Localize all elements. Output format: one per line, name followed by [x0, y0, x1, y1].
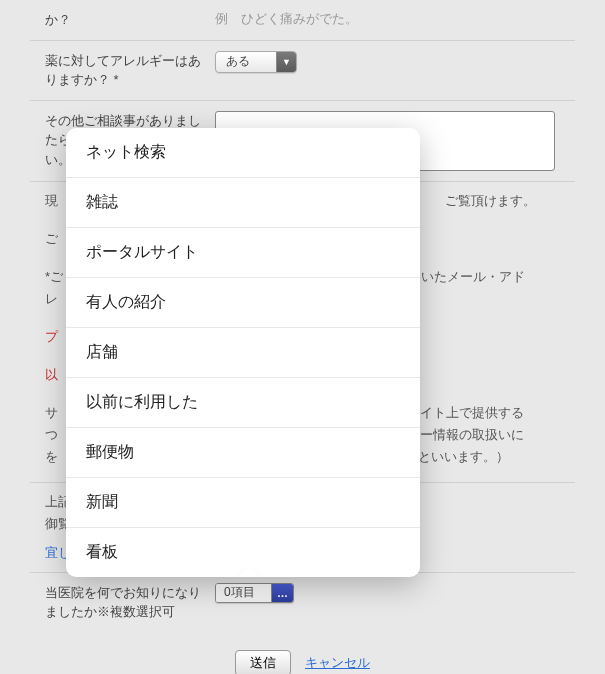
allergy-select[interactable]: ある ▼	[215, 51, 297, 73]
popup-option-2[interactable]: ポータルサイト	[66, 228, 420, 278]
popup-option-6[interactable]: 郵便物	[66, 428, 420, 478]
popup-option-0[interactable]: ネット検索	[66, 128, 420, 178]
referral-row: 当医院を何でお知りになりましたか※複数選択可 0項目 …	[30, 573, 575, 632]
popup-option-1[interactable]: 雑誌	[66, 178, 420, 228]
cancel-link[interactable]: キャンセル	[305, 654, 370, 672]
pain-question-label-partial: か？	[45, 10, 215, 30]
referral-value: 0項目	[216, 584, 271, 602]
popup-option-8[interactable]: 看板	[66, 528, 420, 577]
popup-option-7[interactable]: 新聞	[66, 478, 420, 528]
allergy-select-value: ある	[216, 52, 276, 72]
chevron-down-icon: ▼	[276, 52, 296, 72]
pain-question-row: か？ 例 ひどく痛みがでた。	[30, 0, 575, 41]
referral-options-popup: ネット検索雑誌ポータルサイト有人の紹介店舗以前に利用した郵便物新聞看板	[66, 128, 420, 577]
ellipsis-icon: …	[271, 584, 293, 602]
pain-placeholder: 例 ひどく痛みがでた。	[215, 11, 358, 26]
popup-option-3[interactable]: 有人の紹介	[66, 278, 420, 328]
submit-button[interactable]: 送信	[235, 650, 291, 674]
popup-option-4[interactable]: 店舗	[66, 328, 420, 378]
referral-multiselect[interactable]: 0項目 …	[215, 583, 294, 603]
allergy-row: 薬に対してアレルギーはありますか？ * ある ▼	[30, 41, 575, 101]
referral-label: 当医院を何でお知りになりましたか※複数選択可	[45, 583, 215, 622]
button-row: 送信 キャンセル	[30, 632, 575, 674]
allergy-label: 薬に対してアレルギーはありますか？ *	[45, 51, 215, 90]
popup-option-5[interactable]: 以前に利用した	[66, 378, 420, 428]
